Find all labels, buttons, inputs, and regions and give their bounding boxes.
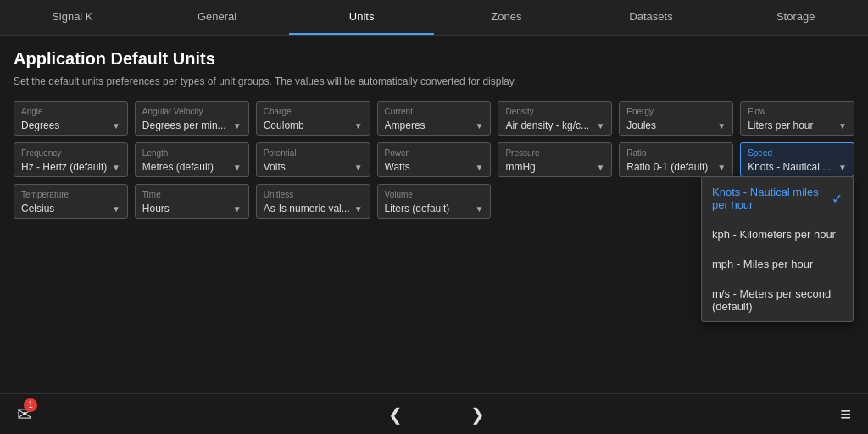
tab-signal-k[interactable]: Signal K <box>0 0 145 35</box>
speed-select[interactable]: Knots - Nautical ... ▼ <box>748 161 847 173</box>
forward-button[interactable]: ❯ <box>470 404 485 425</box>
power-select[interactable]: Watts ▼ <box>385 161 484 173</box>
ratio-select[interactable]: Ratio 0-1 (default) ▼ <box>626 161 726 173</box>
bottom-center-nav: ❮ ❯ <box>388 404 485 425</box>
unit-temperature[interactable]: Temperature Celsius ▼ <box>14 184 128 219</box>
unit-energy[interactable]: Energy Joules ▼ <box>619 101 733 136</box>
unit-angle[interactable]: Angle Degrees ▼ <box>14 101 128 136</box>
unitless-select[interactable]: As-Is numeric val... ▼ <box>264 203 363 214</box>
pressure-select[interactable]: mmHg ▼ <box>505 161 604 173</box>
unit-speed[interactable]: Speed Knots - Nautical ... ▼ Knots - Nau… <box>740 142 854 177</box>
angular-velocity-arrow: ▼ <box>233 121 242 131</box>
unit-density[interactable]: Density Air density - kg/c... ▼ <box>498 101 612 136</box>
tab-zones[interactable]: Zones <box>434 0 579 35</box>
frequency-arrow: ▼ <box>112 163 120 172</box>
speed-value: Knots - Nautical ... <box>748 161 835 173</box>
unit-angular-velocity[interactable]: Angular Velocity Degrees per min... ▼ <box>135 101 249 136</box>
energy-select[interactable]: Joules ▼ <box>626 120 726 131</box>
unit-power[interactable]: Power Watts ▼ <box>377 142 492 177</box>
tab-general[interactable]: General <box>145 0 290 35</box>
flow-label: Flow <box>748 107 847 116</box>
current-label: Current <box>385 107 484 116</box>
check-icon: ✓ <box>832 191 843 207</box>
unit-pressure[interactable]: Pressure mmHg ▼ <box>498 142 612 177</box>
flow-arrow: ▼ <box>838 121 847 131</box>
hamburger-menu-button[interactable]: ≡ <box>840 403 851 426</box>
tab-storage[interactable]: Storage <box>723 0 868 35</box>
unitless-value: As-Is numeric val... <box>264 203 351 214</box>
length-select[interactable]: Metres (default) ▼ <box>142 161 242 173</box>
unit-potential[interactable]: Potential Volts ▼ <box>256 142 370 177</box>
power-arrow: ▼ <box>476 163 484 172</box>
flow-value: Liters per hour <box>748 120 835 131</box>
ratio-value: Ratio 0-1 (default) <box>626 161 714 173</box>
mail-button[interactable]: ✉ 1 <box>17 403 32 426</box>
unit-flow[interactable]: Flow Liters per hour ▼ <box>740 101 854 136</box>
speed-dropdown-menu: Knots - Nautical miles per hour ✓ kph - … <box>701 176 854 322</box>
speed-option-kph[interactable]: kph - Kilometers per hour <box>702 220 853 249</box>
potential-arrow: ▼ <box>354 163 363 172</box>
pressure-label: Pressure <box>505 148 604 158</box>
length-value: Metres (default) <box>142 161 230 173</box>
length-arrow: ▼ <box>233 163 242 172</box>
speed-label: Speed <box>748 148 847 158</box>
current-value: Amperes <box>385 120 472 131</box>
unitless-arrow: ▼ <box>354 204 363 214</box>
potential-label: Potential <box>264 148 363 158</box>
time-select[interactable]: Hours ▼ <box>142 203 242 214</box>
unit-charge[interactable]: Charge Coulomb ▼ <box>256 101 370 136</box>
speed-option-kph-label: kph - Kilometers per hour <box>712 228 836 241</box>
density-label: Density <box>505 107 604 116</box>
volume-label: Volume <box>385 190 484 199</box>
time-label: Time <box>142 190 242 199</box>
unit-ratio[interactable]: Ratio Ratio 0-1 (default) ▼ <box>619 142 733 177</box>
unitless-label: Unitless <box>264 190 363 199</box>
flow-select[interactable]: Liters per hour ▼ <box>748 120 847 131</box>
unit-length[interactable]: Length Metres (default) ▼ <box>135 142 249 177</box>
speed-option-ms[interactable]: m/s - Meters per second (default) <box>702 279 853 321</box>
mail-badge: 1 <box>24 398 37 412</box>
angle-select[interactable]: Degrees ▼ <box>21 120 120 131</box>
temperature-arrow: ▼ <box>112 204 120 214</box>
ratio-arrow: ▼ <box>717 163 726 172</box>
frequency-label: Frequency <box>21 148 120 158</box>
angle-value: Degrees <box>21 120 108 131</box>
unit-volume[interactable]: Volume Liters (default) ▼ <box>377 184 492 219</box>
energy-arrow: ▼ <box>717 121 726 131</box>
unit-time[interactable]: Time Hours ▼ <box>135 184 249 219</box>
energy-value: Joules <box>626 120 714 131</box>
potential-select[interactable]: Volts ▼ <box>264 161 363 173</box>
speed-option-mph[interactable]: mph - Miles per hour <box>702 249 853 279</box>
unit-frequency[interactable]: Frequency Hz - Hertz (default) ▼ <box>14 142 128 177</box>
volume-select[interactable]: Liters (default) ▼ <box>385 203 484 214</box>
temperature-label: Temperature <box>21 190 120 199</box>
angular-velocity-select[interactable]: Degrees per min... ▼ <box>142 120 242 131</box>
potential-value: Volts <box>264 161 351 173</box>
speed-option-knots-label: Knots - Nautical miles per hour <box>712 186 825 211</box>
speed-option-ms-label: m/s - Meters per second (default) <box>712 287 843 313</box>
power-label: Power <box>385 148 484 158</box>
charge-value: Coulomb <box>264 120 351 131</box>
charge-select[interactable]: Coulomb ▼ <box>264 120 363 131</box>
temperature-select[interactable]: Celsius ▼ <box>21 203 120 214</box>
frequency-select[interactable]: Hz - Hertz (default) ▼ <box>21 161 120 173</box>
tab-datasets[interactable]: Datasets <box>579 0 724 35</box>
unit-unitless[interactable]: Unitless As-Is numeric val... ▼ <box>256 184 370 219</box>
time-value: Hours <box>142 203 230 214</box>
main-content: Application Default Units Set the defaul… <box>0 36 868 232</box>
units-row-1: Angle Degrees ▼ Angular Velocity Degrees… <box>14 101 854 136</box>
page-title: Application Default Units <box>14 49 854 69</box>
current-select[interactable]: Amperes ▼ <box>385 120 484 131</box>
energy-label: Energy <box>626 107 726 116</box>
frequency-value: Hz - Hertz (default) <box>21 161 108 173</box>
time-arrow: ▼ <box>233 204 242 214</box>
tab-units[interactable]: Units <box>289 0 434 35</box>
units-row-2: Frequency Hz - Hertz (default) ▼ Length … <box>14 142 854 177</box>
pressure-value: mmHg <box>505 161 593 173</box>
unit-current[interactable]: Current Amperes ▼ <box>377 101 492 136</box>
density-select[interactable]: Air density - kg/c... ▼ <box>505 120 604 131</box>
angular-velocity-label: Angular Velocity <box>142 107 242 116</box>
pressure-arrow: ▼ <box>596 163 604 172</box>
speed-option-knots[interactable]: Knots - Nautical miles per hour ✓ <box>702 177 853 220</box>
back-button[interactable]: ❮ <box>388 404 403 425</box>
